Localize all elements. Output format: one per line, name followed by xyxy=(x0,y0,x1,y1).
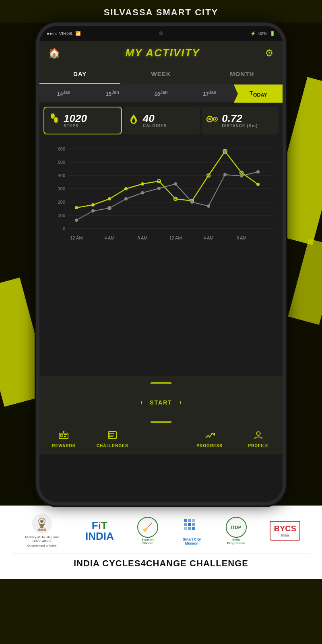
svg-point-48 xyxy=(240,174,243,178)
svg-rect-74 xyxy=(188,527,191,530)
swachh-label: SwachhBharat xyxy=(142,538,154,545)
itdp-label: IndiaProgramme xyxy=(227,538,245,545)
svg-point-45 xyxy=(190,200,194,204)
svg-rect-70 xyxy=(184,523,187,526)
steps-card: 1020 STEPS xyxy=(43,107,122,134)
date-14jan[interactable]: 14Jan xyxy=(39,85,88,102)
status-right: ⚡ 82% 🔋 xyxy=(250,31,275,36)
swachh-icon: 🧹 xyxy=(142,522,153,532)
svg-rect-51 xyxy=(60,434,63,436)
svg-point-5 xyxy=(215,118,216,120)
notch xyxy=(141,28,181,39)
itdp-text: ITDP xyxy=(231,525,241,530)
empty-space xyxy=(39,255,283,376)
fit-india-logo: FiT INDIA xyxy=(85,520,114,541)
svg-text:100: 100 xyxy=(58,213,65,218)
logo-bycs: BYCS India xyxy=(270,521,300,541)
date-selector: 14Jan 15Jan 16Jan 17Jan TODAY xyxy=(39,85,283,103)
svg-point-35 xyxy=(223,149,227,153)
logo-swachh: 🧹 SwachhBharat xyxy=(137,517,158,545)
date-17jan[interactable]: 17Jan xyxy=(185,85,234,102)
logo-fit-india: FiT INDIA xyxy=(85,520,114,541)
svg-text:200: 200 xyxy=(58,200,65,204)
svg-point-42 xyxy=(141,191,144,194)
footer-section: 🦁🦁🦁 Ministry of Housing and Urban Affair… xyxy=(0,506,322,579)
svg-rect-71 xyxy=(188,523,191,526)
rewards-label: REWARDS xyxy=(52,444,75,448)
svg-text:12 AM: 12 AM xyxy=(70,235,83,240)
svg-point-49 xyxy=(256,170,260,173)
steps-icon xyxy=(48,114,60,128)
wifi-icon: 📶 xyxy=(75,31,81,36)
home-icon[interactable]: 🏠 xyxy=(48,47,60,59)
svg-point-47 xyxy=(223,173,227,176)
svg-point-29 xyxy=(124,187,128,190)
profile-icon xyxy=(254,431,263,442)
nav-progress[interactable]: PROGRESS xyxy=(185,431,234,448)
svg-text:12 AM: 12 AM xyxy=(169,235,182,240)
footer-tagline: INDIA CYCLES4CHANGE CHALLENGE xyxy=(12,553,310,575)
progress-icon xyxy=(204,431,215,442)
svg-point-38 xyxy=(75,219,78,222)
svg-point-62 xyxy=(256,432,260,436)
steps-label: STEPS xyxy=(64,124,117,128)
svg-text:0: 0 xyxy=(63,226,65,231)
distance-label: DISTANCE (Km) xyxy=(222,124,275,128)
start-button[interactable]: START xyxy=(141,382,181,423)
svg-point-54 xyxy=(63,431,64,432)
nav-profile[interactable]: PROFILE xyxy=(234,431,283,448)
logo-itdp: ITDP IndiaProgramme xyxy=(226,517,247,545)
bluetooth-icon: ⚡ xyxy=(250,31,256,36)
distance-info: 0.72 DISTANCE (Km) xyxy=(222,113,275,128)
start-label: START xyxy=(150,399,172,406)
status-bar: ●●○○ VIRGIL 📶 ⚡ 82% 🔋 xyxy=(39,26,283,41)
tab-month[interactable]: MONTH xyxy=(202,65,283,84)
logo-govt: 🦁🦁🦁 Ministry of Housing and Urban Affair… xyxy=(22,514,62,548)
tab-day[interactable]: DAY xyxy=(39,65,120,84)
battery-level: 82% xyxy=(258,31,267,36)
svg-text:8 AM: 8 AM xyxy=(236,235,246,240)
svg-point-1 xyxy=(54,117,58,123)
svg-point-0 xyxy=(51,114,55,119)
app-title: MY ACTIVITY xyxy=(125,47,200,59)
calories-info: 40 CALORIES xyxy=(143,113,196,128)
carrier: VIRGIL xyxy=(59,31,74,36)
svg-point-46 xyxy=(207,204,210,208)
svg-point-37 xyxy=(256,183,260,186)
settings-icon[interactable]: ⚙ xyxy=(265,47,274,59)
phone-frame: ●●○○ VIRGIL 📶 ⚡ 82% 🔋 🏠 MY ACTIVITY ⚙ xyxy=(36,23,286,506)
page-title-bar: SILVASSA SMART CITY xyxy=(0,0,322,23)
svg-point-39 xyxy=(91,209,95,213)
nav-challenges[interactable]: CHALLENGES xyxy=(88,431,137,448)
steps-value: 1020 xyxy=(64,113,117,124)
svg-rect-65 xyxy=(40,526,43,528)
svg-point-41 xyxy=(124,197,128,200)
app-content: 🏠 MY ACTIVITY ⚙ DAY WEEK MONTH 14Jan 15J… xyxy=(39,41,283,454)
distance-card: 0.72 DISTANCE (Km) xyxy=(202,107,279,134)
svg-rect-75 xyxy=(192,527,195,530)
logos-row: 🦁🦁🦁 Ministry of Housing and Urban Affair… xyxy=(12,514,310,548)
start-button-inner: START xyxy=(144,386,178,419)
date-16jan[interactable]: 16Jan xyxy=(137,85,186,102)
smart-city-label: Smart CityMission xyxy=(183,537,201,545)
svg-rect-53 xyxy=(64,436,66,437)
tab-bar: DAY WEEK MONTH xyxy=(39,65,283,85)
challenges-label: CHALLENGES xyxy=(97,444,128,448)
date-15jan[interactable]: 15Jan xyxy=(88,85,137,102)
stats-row: 1020 STEPS 40 CALORIES xyxy=(39,103,283,138)
calories-card: 40 CALORIES xyxy=(124,107,200,134)
svg-rect-68 xyxy=(188,519,191,522)
status-left: ●●○○ VIRGIL 📶 xyxy=(47,31,81,36)
activity-chart: 600 500 400 300 200 100 0 12 AM 4 AM 8 A… xyxy=(43,145,279,250)
date-today[interactable]: TODAY xyxy=(234,85,283,103)
govt-emblem: 🦁🦁🦁 xyxy=(32,514,52,534)
chart-area: 600 500 400 300 200 100 0 12 AM 4 AM 8 A… xyxy=(39,138,283,255)
page-title: SILVASSA SMART CITY xyxy=(104,7,219,17)
calories-value: 40 xyxy=(143,113,196,124)
nav-rewards[interactable]: REWARDS xyxy=(39,431,88,448)
distance-icon xyxy=(206,114,219,128)
tab-week[interactable]: WEEK xyxy=(120,65,201,84)
start-area: START xyxy=(39,376,283,427)
svg-rect-67 xyxy=(184,519,187,522)
svg-text:8 AM: 8 AM xyxy=(137,235,147,240)
